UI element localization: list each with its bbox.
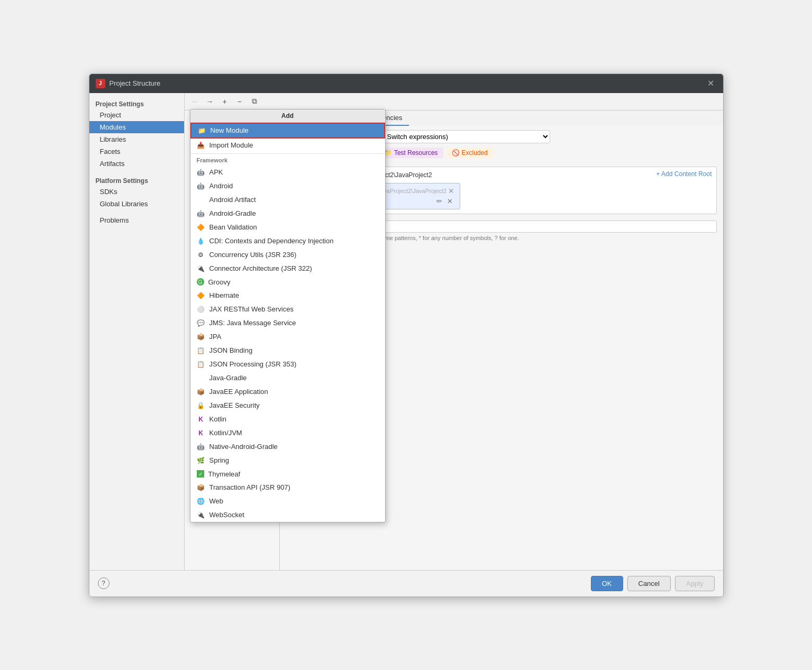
- framework-android-gradle[interactable]: 🤖 Android-Gradle: [190, 207, 385, 221]
- bean-validation-icon: 🔶: [197, 223, 205, 232]
- nav-toolbar: ← → + − ⧉: [185, 93, 723, 111]
- jms-icon: 💬: [197, 319, 205, 327]
- remove-button[interactable]: −: [233, 95, 246, 108]
- android-artifact-label: Android Artifact: [209, 196, 256, 204]
- test-resources-label: Test Resources: [394, 149, 438, 157]
- sidebar-item-facets[interactable]: Facets: [89, 145, 184, 158]
- title-bar-left: J Project Structure: [96, 79, 161, 88]
- thymeleaf-icon: ✓: [197, 470, 204, 478]
- forward-button[interactable]: →: [204, 95, 216, 108]
- sidebar-item-global-libraries[interactable]: Global Libraries: [89, 198, 184, 210]
- edit-source-folder-button[interactable]: ✏: [435, 197, 444, 206]
- framework-label: Framework: [190, 155, 385, 166]
- sidebar-item-sdks[interactable]: SDKs: [89, 186, 184, 198]
- framework-javaee-app[interactable]: 📦 JavaEE Application: [190, 385, 385, 399]
- jpa-icon: 📦: [197, 333, 205, 341]
- sidebar-item-modules[interactable]: Modules: [89, 121, 184, 133]
- native-android-icon: 🤖: [197, 443, 205, 451]
- framework-jax[interactable]: ⚪ JAX RESTful Web Services: [190, 302, 385, 316]
- app-icon: J: [96, 79, 105, 88]
- exclude-input[interactable]: [333, 221, 717, 233]
- framework-websocket[interactable]: 🔌 WebSocket: [190, 508, 385, 522]
- websocket-icon: 🔌: [197, 511, 205, 519]
- javaee-app-icon: 📦: [197, 388, 205, 396]
- framework-json-binding[interactable]: 📋 JSON Binding: [190, 344, 385, 357]
- framework-android-artifact[interactable]: Android Artifact: [190, 193, 385, 207]
- add-content-root-button[interactable]: + Add Content Root: [656, 170, 711, 178]
- sidebar-item-libraries[interactable]: Libraries: [89, 133, 184, 145]
- concurrency-label: Concurrency Utils (JSR 236): [209, 251, 297, 259]
- framework-hibernate[interactable]: 🔶 Hibernate: [190, 289, 385, 302]
- framework-bean-validation[interactable]: 🔶 Bean Validation: [190, 221, 385, 234]
- excluded-label: Excluded: [462, 149, 488, 157]
- framework-java-gradle[interactable]: Java-Gradle: [190, 371, 385, 385]
- help-button[interactable]: ?: [98, 577, 110, 589]
- framework-apk[interactable]: 🤖 APK: [190, 166, 385, 179]
- test-resources-tag[interactable]: 📁 Test Resources: [379, 148, 443, 158]
- sidebar-item-artifacts[interactable]: Artifacts: [89, 158, 184, 170]
- framework-cdi[interactable]: 💧 CDI: Contexts and Dependency Injection: [190, 234, 385, 248]
- kotlin-label: Kotlin: [209, 415, 227, 423]
- source-folder-actions: ✏ ✕: [435, 197, 454, 206]
- close-button[interactable]: ✕: [705, 78, 717, 89]
- framework-native-android[interactable]: 🤖 Native-Android-Gradle: [190, 440, 385, 454]
- add-button[interactable]: +: [218, 95, 231, 108]
- kotlin-jvm-label: Kotlin/JVM: [209, 429, 242, 437]
- web-icon: 🌐: [197, 497, 205, 506]
- ok-button[interactable]: OK: [591, 576, 623, 591]
- content-area: ← → + − ⧉ Sources Paths Dependencies: [185, 93, 723, 570]
- framework-jms[interactable]: 💬 JMS: Java Message Service: [190, 316, 385, 330]
- framework-thymeleaf[interactable]: ✓ Thymeleaf: [190, 467, 385, 481]
- json-processing-label: JSON Processing (JSR 353): [209, 360, 297, 368]
- bean-validation-label: Bean Validation: [209, 223, 257, 231]
- new-module-item[interactable]: 📁 New Module: [190, 123, 385, 139]
- dropdown-header: Add: [190, 109, 385, 123]
- framework-kotlin[interactable]: K Kotlin: [190, 412, 385, 426]
- project-settings-label: Project Settings: [89, 97, 184, 109]
- back-button[interactable]: ←: [189, 95, 202, 108]
- apply-button[interactable]: Apply: [675, 576, 715, 591]
- import-module-icon: 📥: [197, 141, 205, 150]
- cdi-label: CDI: Contexts and Dependency Injection: [209, 237, 334, 245]
- kotlin-jvm-icon: K: [197, 429, 205, 437]
- platform-settings-label: Platform Settings: [89, 174, 184, 186]
- cdi-icon: 💧: [197, 237, 205, 245]
- framework-connector[interactable]: 🔌 Connector Architecture (JSR 322): [190, 262, 385, 276]
- connector-icon: 🔌: [197, 264, 205, 273]
- framework-javaee-security[interactable]: 🔒 JavaEE Security: [190, 399, 385, 412]
- transaction-api-label: Transaction API (JSR 907): [209, 483, 290, 491]
- add-dropdown: Add 📁 New Module 📥 Import Module Framewo…: [190, 109, 386, 522]
- delete-source-folder-button[interactable]: ✕: [446, 197, 454, 206]
- framework-groovy[interactable]: G Groovy: [190, 276, 385, 289]
- cancel-button[interactable]: Cancel: [627, 576, 671, 591]
- import-module-item[interactable]: 📥 Import Module: [190, 139, 385, 152]
- android-gradle-icon: 🤖: [197, 209, 205, 218]
- main-content: Project Settings Project Modules Librari…: [89, 93, 723, 570]
- excluded-tag[interactable]: 🚫 Excluded: [446, 148, 493, 158]
- jax-label: JAX RESTful Web Services: [209, 305, 294, 313]
- framework-jpa[interactable]: 📦 JPA: [190, 330, 385, 344]
- hibernate-icon: 🔶: [197, 291, 205, 300]
- copy-button[interactable]: ⧉: [248, 95, 261, 108]
- framework-spring[interactable]: 🌿 Spring: [190, 454, 385, 467]
- spring-label: Spring: [209, 456, 230, 464]
- sidebar-item-project[interactable]: Project: [89, 109, 184, 121]
- connector-label: Connector Architecture (JSR 322): [209, 264, 312, 272]
- framework-json-processing[interactable]: 📋 JSON Processing (JSR 353): [190, 357, 385, 371]
- apk-icon: 🤖: [197, 168, 205, 177]
- framework-transaction-api[interactable]: 📦 Transaction API (JSR 907): [190, 481, 385, 494]
- jax-icon: ⚪: [197, 305, 205, 314]
- concurrency-icon: ⚙: [197, 251, 205, 259]
- framework-concurrency[interactable]: ⚙ Concurrency Utils (JSR 236): [190, 248, 385, 262]
- javaee-security-icon: 🔒: [197, 401, 205, 410]
- close-content-root-icon[interactable]: ✕: [448, 187, 454, 195]
- android-gradle-label: Android-Gradle: [209, 209, 256, 217]
- framework-web[interactable]: 🌐 Web: [190, 494, 385, 508]
- sidebar: Project Settings Project Modules Librari…: [89, 93, 185, 570]
- framework-kotlin-jvm[interactable]: K Kotlin/JVM: [190, 426, 385, 440]
- sidebar-item-problems[interactable]: Problems: [89, 214, 184, 226]
- excluded-icon: 🚫: [452, 149, 460, 157]
- framework-android[interactable]: 🤖 Android: [190, 179, 385, 193]
- java-gradle-label: Java-Gradle: [209, 374, 247, 382]
- android-label: Android: [209, 182, 233, 190]
